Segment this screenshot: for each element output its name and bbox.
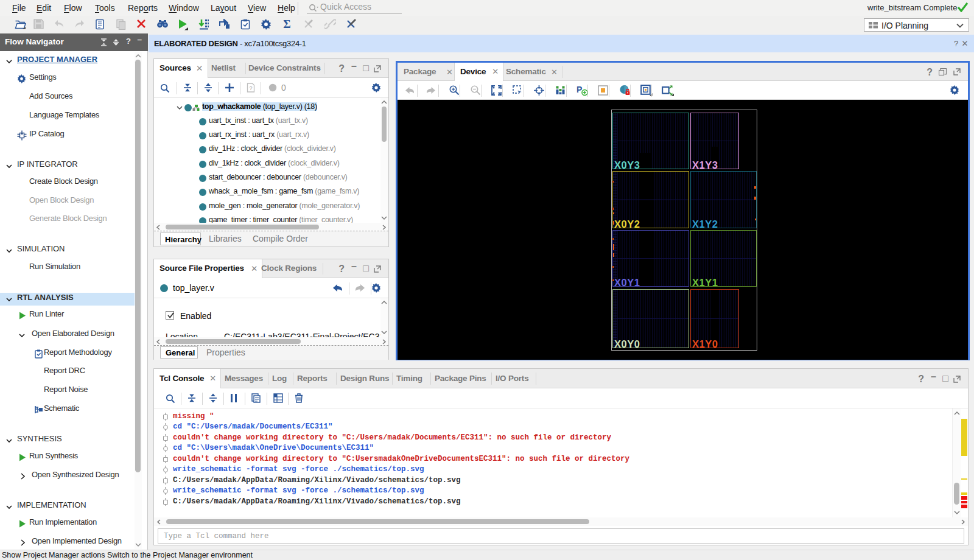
svg-text:X0Y2: X0Y2 — [614, 219, 640, 229]
svg-text:X1Y0: X1Y0 — [692, 338, 718, 349]
svg-text:X1Y1: X1Y1 — [692, 277, 718, 288]
svg-text:X0Y0: X0Y0 — [614, 338, 640, 349]
svg-text:X0Y1: X0Y1 — [614, 277, 640, 288]
svg-text:X1Y2: X1Y2 — [692, 219, 718, 229]
svg-text:X1Y3: X1Y3 — [692, 159, 718, 170]
svg-text:Σ: Σ — [283, 19, 290, 30]
svg-text:P: P — [576, 85, 582, 94]
svg-text:?: ? — [249, 85, 252, 91]
svg-text:X0Y3: X0Y3 — [614, 159, 640, 170]
